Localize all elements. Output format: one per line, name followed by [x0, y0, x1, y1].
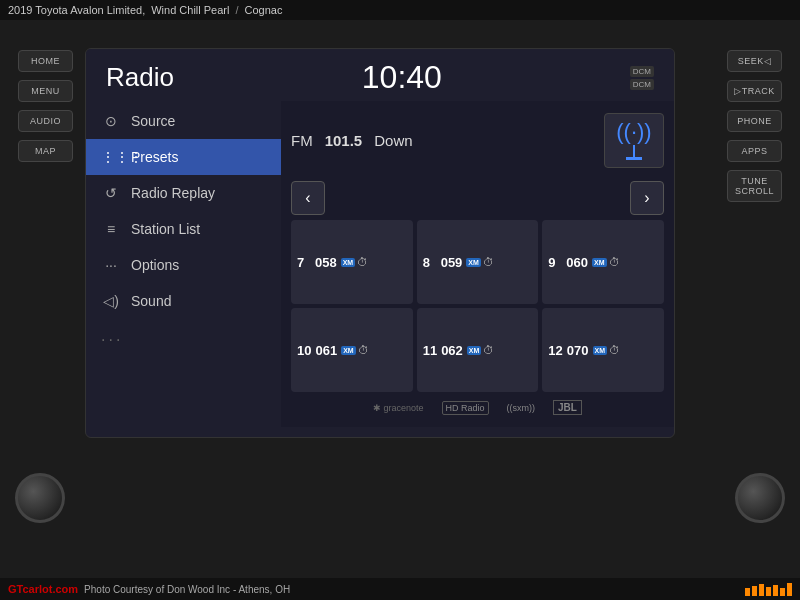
preset-8[interactable]: 8 059 XM ⏱: [417, 220, 539, 304]
source-label: Source: [131, 113, 175, 129]
screen-status-icons: DCM DCM: [630, 66, 654, 90]
clock-icon: ⏱: [358, 344, 369, 356]
preset-8-badges: XM ⏱: [466, 256, 494, 268]
signal-strength-icon: ((·)): [604, 113, 664, 168]
sound-icon: ◁): [101, 293, 121, 309]
preset-9-num: 9: [548, 255, 562, 270]
screen-body: ⊙ Source ⋮⋮⋮ Presets ↺ Radio Replay ≡ St…: [86, 101, 674, 427]
home-button[interactable]: HOME: [18, 50, 73, 72]
xm-badge: XM: [341, 346, 356, 355]
preset-10-badges: XM ⏱: [341, 344, 369, 356]
preset-12-freq: 070: [567, 343, 589, 358]
track-button[interactable]: ▷TRACK: [727, 80, 782, 102]
menu-item-presets[interactable]: ⋮⋮⋮ Presets: [86, 139, 281, 175]
preset-9-freq: 060: [566, 255, 588, 270]
next-preset-button[interactable]: ›: [630, 181, 664, 215]
screen-time: 10:40: [362, 59, 442, 96]
right-button-group: SEEK◁ ▷TRACK PHONE APPS TUNE SCROLL: [727, 50, 782, 202]
direction-label: Down: [374, 132, 412, 149]
preset-11[interactable]: 11 062 XM ⏱: [417, 308, 539, 392]
preset-7[interactable]: 7 058 XM ⏱: [291, 220, 413, 304]
bottom-caption-left: GTcarlot.com Photo Courtesy of Don Wood …: [8, 583, 290, 595]
menu-item-station-list[interactable]: ≡ Station List: [86, 211, 281, 247]
presets-icon: ⋮⋮⋮: [101, 149, 121, 165]
options-label: Options: [131, 257, 179, 273]
hd-radio-brand: HD Radio: [442, 401, 489, 415]
gracenote-brand: ✱ gracenote: [373, 403, 424, 413]
frequency-display: 101.5: [325, 132, 363, 149]
gtcarlot-logo: GTcarlot.com: [8, 583, 78, 595]
preset-8-freq: 059: [441, 255, 463, 270]
xm-badge: XM: [593, 346, 608, 355]
car-title: 2019 Toyota Avalon Limited,: [8, 4, 145, 16]
antenna-line: [633, 145, 635, 157]
preset-11-num: 11: [423, 343, 437, 358]
tune-scroll-button[interactable]: TUNE SCROLL: [727, 170, 782, 202]
menu-item-radio-replay[interactable]: ↺ Radio Replay: [86, 175, 281, 211]
clock-icon: ⏱: [609, 256, 620, 268]
preset-10-num: 10: [297, 343, 311, 358]
source-info-row: FM 101.5 Down ((·)): [291, 109, 664, 176]
station-list-label: Station List: [131, 221, 200, 237]
screen-title: Radio: [106, 62, 174, 93]
xm-badge: XM: [592, 258, 607, 267]
preset-10-freq: 061: [315, 343, 337, 358]
power-volume-knob[interactable]: [15, 473, 65, 523]
color2: Cognac: [245, 4, 283, 16]
clock-icon: ⏱: [483, 344, 494, 356]
dcm-badge2: DCM: [630, 79, 654, 90]
wifi-arcs-icon: ((·)): [616, 121, 651, 143]
separator: /: [235, 4, 238, 16]
screen-header: Radio 10:40 DCM DCM: [86, 49, 674, 101]
xm-badge: XM: [466, 258, 481, 267]
infotainment-screen: Radio 10:40 DCM DCM ⊙ Source ⋮⋮⋮ Presets: [85, 48, 675, 438]
xm-badge: XM: [467, 346, 482, 355]
clock-icon: ⏱: [609, 344, 620, 356]
radio-replay-label: Radio Replay: [131, 185, 215, 201]
preset-8-num: 8: [423, 255, 437, 270]
car-interior-background: HOME MENU AUDIO MAP SEEK◁ ▷TRACK PHONE A…: [0, 20, 800, 578]
left-menu: ⊙ Source ⋮⋮⋮ Presets ↺ Radio Replay ≡ St…: [86, 101, 281, 427]
xm-badge: XM: [341, 258, 356, 267]
preset-7-num: 7: [297, 255, 311, 270]
preset-7-badges: XM ⏱: [341, 256, 369, 268]
jbl-brand: JBL: [553, 400, 582, 415]
preset-9-badges: XM ⏱: [592, 256, 620, 268]
preset-10[interactable]: 10 061 XM ⏱: [291, 308, 413, 392]
audio-button[interactable]: AUDIO: [18, 110, 73, 132]
clock-icon: ⏱: [357, 256, 368, 268]
presets-label: Presets: [131, 149, 178, 165]
source-icon: ⊙: [101, 113, 121, 129]
preset-9[interactable]: 9 060 XM ⏱: [542, 220, 664, 304]
decorative-bars: [745, 583, 792, 596]
radio-replay-icon: ↺: [101, 185, 121, 201]
right-content-area: FM 101.5 Down ((·)) ‹ ›: [281, 101, 674, 427]
preset-12-num: 12: [548, 343, 562, 358]
phone-button[interactable]: PHONE: [727, 110, 782, 132]
menu-more-dots: ...: [86, 319, 281, 353]
menu-item-source[interactable]: ⊙ Source: [86, 103, 281, 139]
apps-button[interactable]: APPS: [727, 140, 782, 162]
seek-button[interactable]: SEEK◁: [727, 50, 782, 72]
station-list-icon: ≡: [101, 221, 121, 237]
bottom-caption: GTcarlot.com Photo Courtesy of Don Wood …: [0, 578, 800, 600]
options-icon: ···: [101, 257, 121, 273]
preset-11-badges: XM ⏱: [467, 344, 495, 356]
tune-scroll-knob[interactable]: [735, 473, 785, 523]
menu-button[interactable]: MENU: [18, 80, 73, 102]
menu-item-sound[interactable]: ◁) Sound: [86, 283, 281, 319]
preset-12[interactable]: 12 070 XM ⏱: [542, 308, 664, 392]
bottom-brands-bar: ✱ gracenote HD Radio ((sxm)) JBL: [291, 396, 664, 419]
antenna-base: [626, 157, 642, 160]
menu-item-options[interactable]: ··· Options: [86, 247, 281, 283]
map-button[interactable]: MAP: [18, 140, 73, 162]
left-button-group: HOME MENU AUDIO MAP: [18, 50, 73, 162]
prev-preset-button[interactable]: ‹: [291, 181, 325, 215]
dcm-badge: DCM: [630, 66, 654, 77]
photo-credit: Photo Courtesy of Don Wood Inc - Athens,…: [84, 584, 290, 595]
preset-grid: 7 058 XM ⏱ 8 059 XM ⏱: [291, 220, 664, 392]
clock-icon: ⏱: [483, 256, 494, 268]
preset-navigation-row: ‹ ›: [291, 181, 664, 215]
color1: Wind Chill Pearl: [151, 4, 229, 16]
top-caption: 2019 Toyota Avalon Limited, Wind Chill P…: [0, 0, 800, 20]
